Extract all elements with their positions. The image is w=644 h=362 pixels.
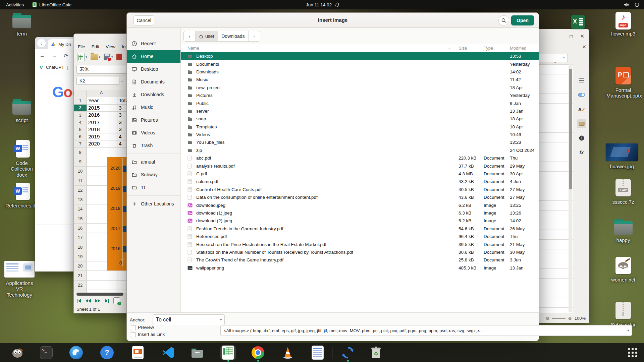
desktop-icon-formal[interactable]: PFormalManuscript.pptx <box>606 67 640 99</box>
sidebar-item-downloads[interactable]: Downloads <box>127 88 180 101</box>
file-row-data-on-the-consumption-of-online-entertainment-content-pdf[interactable]: Data on the consumption of online entert… <box>181 193 539 201</box>
menu-file[interactable]: File <box>78 44 85 49</box>
sidebar-item-documents[interactable]: Documents <box>127 75 180 88</box>
focused-app-indicator[interactable]: LibreOffice Calc <box>32 2 71 7</box>
desktop-icon-script[interactable]: script <box>5 99 39 123</box>
file-row-snap[interactable]: snap 18 Apr <box>181 115 539 123</box>
file-row-c-pdf[interactable]: C.pdf 4.3 MB Document 30 Apr <box>181 170 539 178</box>
font-name-combo[interactable]: 宋体 <box>76 65 133 74</box>
styles-icon[interactable]: A <box>577 105 586 114</box>
zoom-out-icon[interactable]: ⊖ <box>546 316 549 321</box>
file-row-abc-pdf[interactable]: abc.pdf 220.3 kB Document Thu <box>181 154 539 162</box>
file-row-research-on-the-price-fluctuations-in-the-real-estate-market-pdf[interactable]: Research on the Price Fluctuations in th… <box>181 240 539 248</box>
sidebar-item-other-locations[interactable]: Other Locations <box>127 197 180 210</box>
path-forward-icon[interactable]: › <box>249 31 260 41</box>
prev-sheet-icon[interactable] <box>86 299 91 303</box>
sidebar-item-desktop[interactable]: Desktop <box>127 63 180 75</box>
column-name[interactable]: Name <box>187 46 199 51</box>
file-row-the-growth-trend-of-the-game-industry-pdf[interactable]: The Growth Trend of the Game Industry.pd… <box>181 256 539 264</box>
dock-show-apps[interactable] <box>625 345 640 360</box>
zoom-slider[interactable] <box>552 318 566 319</box>
desktop-icon-references-do[interactable]: WReferences.do <box>5 183 39 208</box>
dock-files[interactable] <box>190 345 205 360</box>
first-sheet-icon[interactable] <box>76 299 82 303</box>
sidebar-item-subway[interactable]: Subway <box>127 168 180 181</box>
forward-icon[interactable]: → <box>52 53 57 59</box>
dock-thunderbird[interactable] <box>68 345 84 360</box>
horizontal-scrollbar[interactable] <box>76 293 123 296</box>
file-row-desktop[interactable]: Desktop 13:53 <box>181 52 539 60</box>
file-row-public[interactable]: Public 9 Jan <box>181 99 539 107</box>
insert-as-link-checkbox[interactable] <box>131 332 136 337</box>
desktop-icon-xlsx[interactable]: X <box>571 15 585 30</box>
clock[interactable]: Jun 11 14:02 <box>306 2 339 7</box>
maximize-icon[interactable]: □ <box>570 34 573 39</box>
minimize-icon[interactable]: – <box>559 34 562 39</box>
file-row-youtube-files[interactable]: YouTube_files 13:23 <box>181 138 539 146</box>
file-row-column-pdf[interactable]: column.pdf 43.2 kB Document 4 Jun <box>181 178 539 185</box>
dock-vlc[interactable] <box>280 345 296 360</box>
file-row-statistics-on-the-annual-number-of-tourists-received-by-tourist-attractions-pdf[interactable]: Statistics on the Annual Number of Touri… <box>181 248 539 256</box>
file-row-fashion-trends-in-the-garment-industry-pdf[interactable]: Fashion Trends in the Garment Industry.p… <box>181 225 539 233</box>
name-box[interactable]: K2 <box>76 77 119 85</box>
activities-button[interactable]: Activities <box>6 2 24 7</box>
export-pdf-button[interactable] <box>116 54 122 60</box>
back-icon[interactable]: ← <box>40 53 45 59</box>
file-row-videos[interactable]: Videos 10:49 <box>181 131 539 138</box>
dock-gimp[interactable] <box>10 345 25 360</box>
menu-edit[interactable]: Edit <box>92 44 99 49</box>
next-sheet-icon[interactable] <box>95 299 100 303</box>
sort-chevron-icon[interactable]: ⌄ <box>448 46 450 49</box>
desktop-icon-subway-tar[interactable]: Subway.tar <box>606 302 640 327</box>
sidebar-item-home[interactable]: Home <box>127 50 180 63</box>
file-row-pictures[interactable]: Pictures Yesterday <box>181 92 539 99</box>
file-row-download-1-jpeg[interactable]: download (1).jpeg 6.3 kB Image 13:26 <box>181 209 539 217</box>
anchor-select[interactable]: To cell▾ <box>153 314 225 325</box>
last-sheet-icon[interactable] <box>104 299 109 303</box>
close-icon[interactable]: ✕ <box>580 33 584 39</box>
combo-chevron-icon[interactable]: ▾ <box>563 56 565 59</box>
path-back-icon[interactable]: ‹ <box>184 31 196 41</box>
file-row-analysis-results-pdf[interactable]: analysis results.pdf 37.7 kB Document 29… <box>181 162 539 170</box>
desktop-icon-huawei-jpg[interactable]: huawei.jpg <box>605 143 639 169</box>
dock-chrome[interactable] <box>250 345 266 360</box>
desktop-icon-sssccc-7z[interactable]: 7 ZIPsssccc.7z <box>606 179 640 205</box>
column-type[interactable]: Type <box>484 46 493 51</box>
dock-writer[interactable] <box>310 345 325 360</box>
open-button[interactable]: Open <box>511 15 534 25</box>
file-row-control-of-health-care-costs-pdf[interactable]: Control of Health Care Costs.pdf 40.5 kB… <box>181 186 539 193</box>
sidebar-item-recent[interactable]: Recent <box>127 37 180 50</box>
reload-icon[interactable]: ⟳ <box>64 53 68 59</box>
path-segment-home[interactable]: user <box>196 31 218 41</box>
vertical-scrollbar[interactable] <box>569 64 572 312</box>
save-button[interactable]: ▾ <box>104 54 113 60</box>
desktop-icon-applications[interactable]: ApplicationsVR Technology <box>3 261 36 298</box>
file-row-zip[interactable]: zip 24 Oct 2024 <box>181 146 539 154</box>
sidebar-item-annual[interactable]: annual <box>127 156 180 168</box>
desktop-icon-happy[interactable]: happy <box>606 219 640 243</box>
dock-vscode[interactable] <box>161 345 176 360</box>
power-icon[interactable] <box>635 2 639 7</box>
add-sheet-icon[interactable] <box>113 297 120 304</box>
tab-list-chevron-icon[interactable]: ⌄ <box>37 39 46 47</box>
file-row-templates[interactable]: Templates 10 Apr <box>181 123 539 131</box>
close-panel-icon[interactable]: ✕ <box>582 44 586 50</box>
bookmark-chatgpt[interactable]: ChatGPT <box>46 65 64 70</box>
dock-trash[interactable]: ♻ <box>368 345 384 360</box>
dock-help[interactable]: ? <box>99 345 115 360</box>
navigator-icon[interactable] <box>577 134 586 142</box>
menu-view[interactable]: View <box>106 44 115 49</box>
column-modified[interactable]: Modified <box>510 46 526 51</box>
name-box-chevron-icon[interactable]: ⌄ <box>121 79 123 82</box>
desktop-icon-code-collection[interactable]: WCode Collectiondocx <box>5 140 39 178</box>
sidebar-item-videos[interactable]: Videos <box>127 126 180 139</box>
open-button[interactable]: ▾ <box>91 54 101 60</box>
path-segment-current[interactable]: Downloads <box>218 31 248 41</box>
volume-icon[interactable] <box>624 2 629 7</box>
dock-calc[interactable] <box>220 345 236 360</box>
file-row-download-2-jpeg[interactable]: download (2).jpeg 5.2 kB Image 14:02 <box>181 217 539 225</box>
sidebar-item-11[interactable]: 11 <box>127 181 180 194</box>
file-row-wallpaper-png[interactable]: wallpaper.png 485.3 kB Image 13 Jan <box>181 264 539 272</box>
new-document-button[interactable]: ▾ <box>77 53 87 61</box>
search-button[interactable] <box>498 15 509 25</box>
